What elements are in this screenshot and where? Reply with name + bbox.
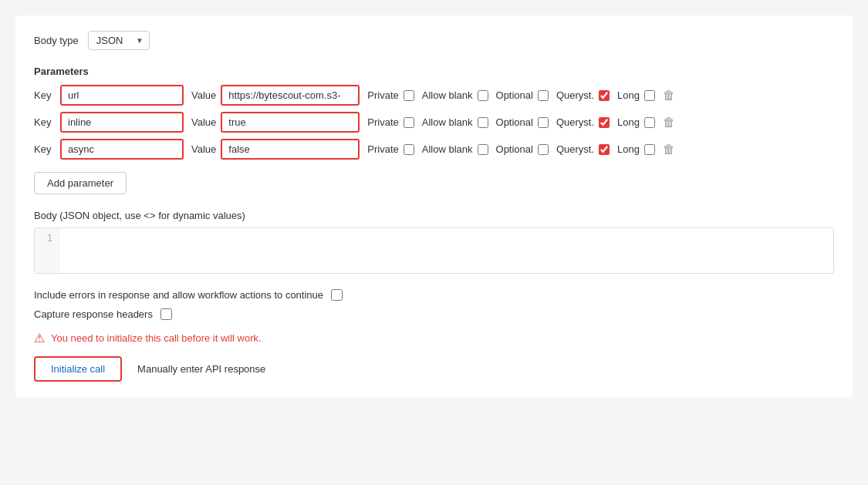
value-label-1: Value xyxy=(191,89,216,101)
warning-text: You need to initialize this call before … xyxy=(51,332,262,344)
queryst-checkbox-1[interactable] xyxy=(599,90,610,101)
allow-blank-checkbox-1[interactable] xyxy=(478,90,488,101)
include-errors-row: Include errors in response and allow wor… xyxy=(34,289,834,301)
private-checkbox-group-1 xyxy=(404,90,414,101)
parameters-label: Parameters xyxy=(34,66,834,77)
allow-blank-label-2: Allow blank xyxy=(422,116,473,128)
value-label-2: Value xyxy=(191,116,216,128)
warning-icon: ⚠ xyxy=(34,331,45,345)
private-label-2: Private xyxy=(367,116,398,128)
key-label-3: Key xyxy=(34,143,56,155)
line-number-1: 1 xyxy=(41,233,52,244)
queryst-checkbox-group-2 xyxy=(599,117,610,128)
optional-checkbox-2[interactable] xyxy=(538,117,549,128)
private-checkbox-1[interactable] xyxy=(404,90,414,101)
value-label-3: Value xyxy=(191,143,216,155)
optional-label-1: Optional xyxy=(496,89,533,101)
warning-row: ⚠ You need to initialize this call befor… xyxy=(34,331,834,345)
body-json-label: Body (JSON object, use <> for dynamic va… xyxy=(34,210,834,221)
long-label-1: Long xyxy=(617,89,640,101)
initialize-call-button[interactable]: Initialize call xyxy=(34,356,122,382)
capture-headers-row: Capture response headers xyxy=(34,308,834,320)
private-label-3: Private xyxy=(367,143,398,155)
value-input-2[interactable] xyxy=(221,112,360,133)
queryst-checkbox-2[interactable] xyxy=(599,117,610,128)
main-panel: Body type JSON Form Raw None ▼ Parameter… xyxy=(15,15,853,397)
delete-button-2[interactable]: 🗑 xyxy=(660,115,678,130)
queryst-checkbox-group-3 xyxy=(599,144,610,155)
optional-label-2: Optional xyxy=(496,116,533,128)
optional-checkbox-1[interactable] xyxy=(538,90,549,101)
optional-checkbox-group-3 xyxy=(538,144,549,155)
long-label-2: Long xyxy=(617,116,640,128)
long-checkbox-2[interactable] xyxy=(644,117,655,128)
queryst-checkbox-group-1 xyxy=(599,90,610,101)
long-checkbox-1[interactable] xyxy=(644,90,655,101)
value-input-1[interactable] xyxy=(221,85,360,106)
code-editor: 1 xyxy=(34,227,834,274)
private-checkbox-3[interactable] xyxy=(404,144,414,155)
private-checkbox-group-2 xyxy=(404,117,414,128)
allow-blank-label-1: Allow blank xyxy=(422,89,473,101)
param-row-3: Key Value Private Allow blank Optional Q… xyxy=(34,139,834,160)
queryst-label-2: Queryst. xyxy=(556,116,594,128)
body-type-select-wrapper: JSON Form Raw None ▼ xyxy=(88,31,150,50)
key-label-1: Key xyxy=(34,89,56,101)
optional-label-3: Optional xyxy=(496,143,533,155)
allow-blank-checkbox-3[interactable] xyxy=(478,144,488,155)
delete-button-1[interactable]: 🗑 xyxy=(660,88,678,103)
allow-blank-label-3: Allow blank xyxy=(422,143,473,155)
add-parameter-button[interactable]: Add parameter xyxy=(34,172,127,194)
capture-headers-checkbox[interactable] xyxy=(160,308,172,320)
body-json-textarea[interactable] xyxy=(59,228,833,273)
allow-blank-checkbox-2[interactable] xyxy=(478,117,488,128)
queryst-label-1: Queryst. xyxy=(556,89,594,101)
allow-blank-checkbox-group-1 xyxy=(478,90,488,101)
body-type-row: Body type JSON Form Raw None ▼ xyxy=(34,31,834,50)
key-input-2[interactable] xyxy=(60,112,184,133)
key-input-1[interactable] xyxy=(60,85,184,106)
param-row-1: Key Value Private Allow blank Optional Q… xyxy=(34,85,834,106)
body-type-label: Body type xyxy=(34,35,79,46)
optional-checkbox-group-1 xyxy=(538,90,549,101)
include-errors-checkbox[interactable] xyxy=(331,289,343,301)
private-checkbox-group-3 xyxy=(404,144,414,155)
delete-button-3[interactable]: 🗑 xyxy=(660,142,678,157)
value-input-3[interactable] xyxy=(221,139,360,160)
long-label-3: Long xyxy=(617,143,640,155)
manual-api-response-link[interactable]: Manually enter API response xyxy=(137,363,265,375)
queryst-label-3: Queryst. xyxy=(556,143,594,155)
optional-checkbox-3[interactable] xyxy=(538,144,549,155)
allow-blank-checkbox-group-2 xyxy=(478,117,488,128)
queryst-checkbox-3[interactable] xyxy=(599,144,610,155)
key-label-2: Key xyxy=(34,116,56,128)
capture-headers-label: Capture response headers xyxy=(34,308,153,320)
line-numbers: 1 xyxy=(35,228,59,273)
allow-blank-checkbox-group-3 xyxy=(478,144,488,155)
private-checkbox-2[interactable] xyxy=(404,117,414,128)
private-label-1: Private xyxy=(367,89,398,101)
param-row-2: Key Value Private Allow blank Optional Q… xyxy=(34,112,834,133)
long-checkbox-3[interactable] xyxy=(644,144,655,155)
key-input-3[interactable] xyxy=(60,139,184,160)
body-type-select[interactable]: JSON Form Raw None xyxy=(88,31,150,50)
long-checkbox-group-1 xyxy=(644,90,655,101)
parameters-list: Key Value Private Allow blank Optional Q… xyxy=(34,85,834,160)
long-checkbox-group-2 xyxy=(644,117,655,128)
optional-checkbox-group-2 xyxy=(538,117,549,128)
include-errors-label: Include errors in response and allow wor… xyxy=(34,289,323,301)
action-row: Initialize call Manually enter API respo… xyxy=(34,356,834,382)
long-checkbox-group-3 xyxy=(644,144,655,155)
